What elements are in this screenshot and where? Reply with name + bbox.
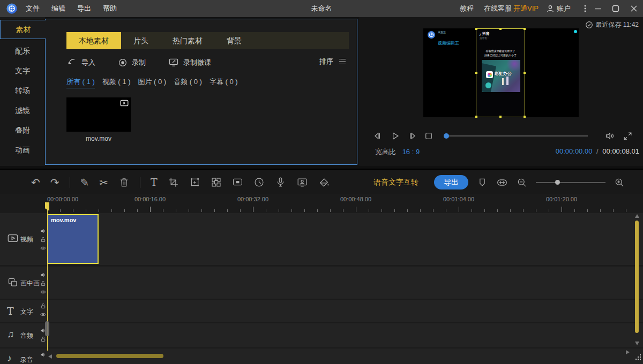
- lock-track-icon[interactable]: [40, 280, 46, 286]
- handle-mr[interactable]: [524, 72, 526, 74]
- mute-track-icon[interactable]: [40, 352, 46, 358]
- scene-ball: [485, 82, 491, 88]
- vscroll-up-arrow[interactable]: [635, 214, 639, 218]
- timeline-zoom-slider[interactable]: [536, 182, 605, 183]
- track-text: T 文字: [0, 300, 643, 322]
- handle-tc[interactable]: [499, 28, 502, 30]
- redo-icon[interactable]: ↷: [50, 177, 59, 188]
- mask-icon[interactable]: [232, 177, 243, 188]
- import-button[interactable]: 导入: [66, 57, 95, 68]
- sidebar-item-media[interactable]: 素材: [0, 20, 46, 39]
- filter-video[interactable]: 视频 ( 1 ): [102, 77, 131, 88]
- playback-knob[interactable]: [444, 133, 449, 139]
- tab-intro[interactable]: 片头: [121, 32, 161, 49]
- hscroll-right-arrow[interactable]: [626, 350, 630, 354]
- speech-text-convert-button[interactable]: 语音文字互转: [373, 170, 418, 195]
- lock-track-icon[interactable]: [40, 237, 46, 242]
- crop-icon[interactable]: [168, 177, 179, 188]
- sidebar-item-text[interactable]: 文字: [0, 62, 45, 80]
- library-actions: 导入 录制 录制微课: [66, 56, 228, 70]
- zoom-out-icon[interactable]: [517, 177, 527, 188]
- fit-timeline-icon[interactable]: [496, 177, 508, 188]
- mute-track-icon[interactable]: [40, 272, 46, 278]
- duration-clock-icon[interactable]: [253, 177, 265, 188]
- marker-flag-icon[interactable]: [477, 177, 488, 188]
- filter-image[interactable]: 图片 ( 0 ): [138, 77, 166, 88]
- lock-track-icon[interactable]: [40, 336, 46, 342]
- edit-pencil-icon[interactable]: ✎: [80, 177, 89, 188]
- sidebar-item-filter[interactable]: 滤镜: [0, 101, 45, 119]
- account-icon[interactable]: [546, 4, 555, 13]
- minimize-button[interactable]: [594, 4, 602, 13]
- presenter-icon[interactable]: [296, 177, 308, 188]
- mute-track-icon[interactable]: [40, 228, 46, 234]
- preview-stage[interactable]: 未激活 视频编辑王 ♪ 抖音 抖音号： 看着他这屏蔽键失效大了 好像已经赶上可用…: [423, 28, 579, 117]
- microphone-icon[interactable]: [275, 177, 286, 188]
- sidebar-item-music[interactable]: 配乐: [0, 42, 45, 60]
- undo-icon[interactable]: ↶: [31, 177, 40, 188]
- add-text-icon[interactable]: T: [151, 177, 158, 187]
- handle-ml[interactable]: [475, 72, 477, 74]
- split-scissors-icon[interactable]: ✂: [99, 177, 108, 188]
- horizontal-scrollbar[interactable]: [56, 354, 163, 358]
- hscroll-left-arrow[interactable]: [48, 354, 52, 359]
- handle-br[interactable]: [524, 116, 526, 118]
- prev-frame-button[interactable]: [372, 131, 383, 141]
- lock-track-icon[interactable]: [40, 303, 46, 309]
- tutorial-link[interactable]: 教程: [460, 0, 474, 17]
- hide-track-icon[interactable]: [40, 245, 46, 251]
- filter-all[interactable]: 所有 ( 1 ): [66, 77, 95, 88]
- handle-bl[interactable]: [475, 116, 477, 118]
- timeline-zoom-knob[interactable]: [555, 180, 560, 185]
- sort-button[interactable]: 排序: [319, 57, 347, 66]
- close-button[interactable]: [630, 4, 638, 13]
- playhead-grip[interactable]: [45, 321, 49, 336]
- next-frame-button[interactable]: [407, 131, 417, 141]
- media-thumbnail[interactable]: [66, 97, 131, 132]
- handle-bc[interactable]: [499, 116, 502, 118]
- handle-tl[interactable]: [475, 28, 477, 30]
- track-video-lane[interactable]: [47, 213, 643, 265]
- vscroll-down-arrow[interactable]: [635, 342, 639, 345]
- hide-track-icon[interactable]: [40, 312, 46, 317]
- sidebar-item-animation[interactable]: 动画: [0, 141, 45, 159]
- volume-icon[interactable]: [605, 131, 616, 141]
- more-menu-icon[interactable]: [581, 4, 589, 13]
- resize-grip-icon[interactable]: [634, 353, 642, 361]
- aspect-ratio[interactable]: 宽高比 16 : 9: [375, 147, 420, 157]
- track-pip-lane[interactable]: [47, 267, 643, 299]
- zoom-in-icon[interactable]: [614, 177, 625, 188]
- support-link[interactable]: 在线客服: [484, 0, 512, 17]
- record-button[interactable]: 录制: [118, 58, 146, 67]
- play-button[interactable]: [390, 131, 400, 141]
- tab-background[interactable]: 背景: [214, 32, 254, 49]
- hide-track-icon[interactable]: [40, 289, 46, 295]
- zoom-frame-icon[interactable]: [189, 177, 200, 188]
- tab-popular-media[interactable]: 热门素材: [161, 32, 214, 49]
- sidebar-item-overlay[interactable]: 叠附: [0, 121, 45, 139]
- stop-button[interactable]: [424, 131, 433, 141]
- delete-trash-icon[interactable]: [118, 177, 130, 188]
- fullscreen-icon[interactable]: [623, 131, 633, 141]
- mosaic-icon[interactable]: [211, 177, 222, 188]
- library-filters: 所有 ( 1 ) 视频 ( 1 ) 图片 ( 0 ) 音频 ( 0 ) 字幕 (…: [66, 77, 238, 88]
- filter-subtitle[interactable]: 字幕 ( 0 ): [210, 77, 238, 88]
- sidebar-item-transition[interactable]: 转场: [0, 81, 45, 100]
- maximize-button[interactable]: [611, 4, 620, 13]
- record-screen-button[interactable]: 录制微课: [168, 57, 211, 68]
- timeline-clip[interactable]: mov.mov: [47, 214, 99, 264]
- rotate-handle[interactable]: [574, 30, 577, 33]
- export-button[interactable]: 导出: [434, 175, 468, 189]
- account-label[interactable]: 账户: [557, 0, 571, 17]
- tab-local-media[interactable]: 本地素材: [66, 32, 121, 49]
- handle-tr[interactable]: [524, 28, 526, 30]
- vertical-scrollbar[interactable]: [635, 221, 639, 333]
- selected-video-frame[interactable]: ♪ 抖音 抖音号： 看着他这屏蔽键失效大了 好像已经赶上可用的大小了 彩虹办公: [476, 28, 525, 117]
- timeline-ruler[interactable]: 00:00:00.00 00:00:16.00 00:00:32.00 00:0…: [0, 194, 643, 213]
- paint-bucket-icon[interactable]: [318, 177, 330, 188]
- track-text-lane[interactable]: [47, 300, 643, 322]
- filter-audio[interactable]: 音频 ( 0 ): [174, 77, 202, 88]
- vip-button[interactable]: 开通VIP: [513, 0, 539, 17]
- playback-slider[interactable]: [444, 135, 588, 136]
- track-audio-lane[interactable]: [47, 323, 643, 347]
